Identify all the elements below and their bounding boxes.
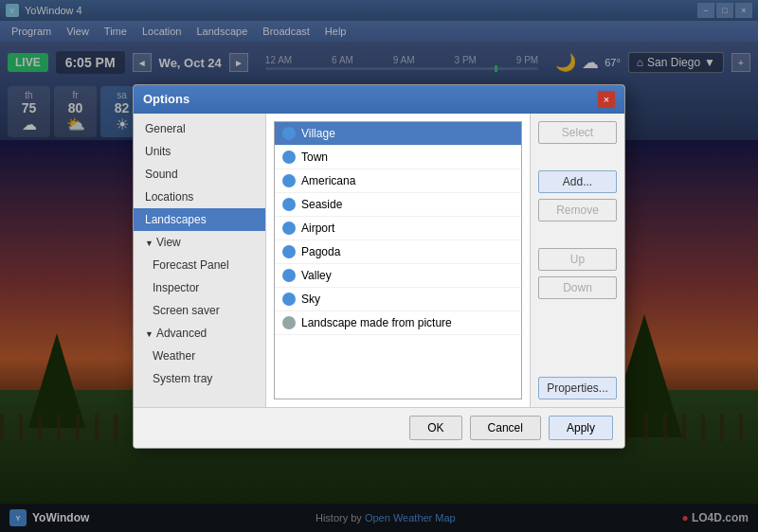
landscape-dot-valley	[282, 269, 296, 282]
ok-button[interactable]: OK	[409, 416, 461, 440]
landscape-item-town[interactable]: Town	[275, 146, 521, 169]
landscape-dot-pagoda	[282, 245, 296, 258]
nav-item-weather[interactable]: Weather	[134, 345, 265, 367]
select-button[interactable]: Select	[538, 121, 617, 144]
nav-item-screen-saver[interactable]: Screen saver	[134, 299, 265, 322]
spacer-1	[538, 150, 617, 165]
dialog-title-bar: Options ×	[134, 85, 624, 114]
dialog-footer: OK Cancel Apply	[134, 407, 624, 448]
nav-item-sound[interactable]: Sound	[134, 163, 265, 186]
landscape-label-americana: Americana	[301, 174, 355, 187]
down-button[interactable]: Down	[538, 276, 617, 299]
landscape-item-pagoda[interactable]: Pagoda	[275, 240, 521, 264]
landscape-dot-town	[282, 151, 296, 164]
landscape-dot-picture	[282, 316, 296, 329]
landscape-label-pagoda: Pagoda	[301, 245, 340, 258]
nav-item-locations[interactable]: Locations	[134, 186, 265, 208]
nav-item-inspector[interactable]: Inspector	[134, 276, 265, 299]
landscape-dot-village	[282, 127, 296, 140]
sidebar-nav: General Units Sound Locations Landscapes…	[134, 114, 266, 407]
landscape-item-village[interactable]: Village	[275, 122, 521, 146]
nav-item-general[interactable]: General	[134, 117, 265, 140]
spacer-3	[538, 305, 617, 371]
landscape-label-airport: Airport	[301, 222, 334, 235]
spacer-2	[538, 227, 617, 242]
landscape-label-valley: Valley	[301, 269, 332, 282]
landscape-list[interactable]: Village Town Americana Seaside	[274, 121, 522, 399]
landscape-dot-airport	[282, 222, 296, 235]
options-dialog: Options × General Units Sound Locations …	[133, 84, 625, 449]
landscape-label-sky: Sky	[301, 293, 320, 306]
landscape-dot-americana	[282, 174, 296, 187]
landscape-item-airport[interactable]: Airport	[275, 217, 521, 240]
nav-section-view[interactable]: ▼View	[134, 231, 265, 254]
modal-overlay: Options × General Units Sound Locations …	[0, 0, 758, 532]
content-area: Village Town Americana Seaside	[266, 114, 530, 407]
add-button[interactable]: Add...	[538, 170, 617, 193]
landscape-label-seaside: Seaside	[301, 198, 342, 211]
landscape-label-picture: Landscape made from picture	[301, 316, 452, 329]
nav-section-advanced[interactable]: ▼Advanced	[134, 322, 265, 345]
landscape-label-village: Village	[301, 127, 335, 140]
remove-button[interactable]: Remove	[538, 199, 617, 222]
properties-button[interactable]: Properties...	[538, 377, 617, 399]
nav-item-units[interactable]: Units	[134, 140, 265, 163]
nav-item-landscapes[interactable]: Landscapes	[134, 208, 265, 231]
nav-item-system-tray[interactable]: System tray	[134, 367, 265, 390]
dialog-close-button[interactable]: ×	[598, 91, 615, 108]
landscape-dot-sky	[282, 293, 296, 306]
landscape-label-town: Town	[301, 151, 328, 164]
up-button[interactable]: Up	[538, 248, 617, 271]
cancel-button[interactable]: Cancel	[470, 416, 541, 440]
landscape-item-valley[interactable]: Valley	[275, 264, 521, 288]
apply-button[interactable]: Apply	[549, 416, 613, 440]
landscape-item-sky[interactable]: Sky	[275, 288, 521, 311]
dialog-title: Options	[143, 92, 190, 106]
landscape-item-picture[interactable]: Landscape made from picture	[275, 311, 521, 335]
landscape-dot-seaside	[282, 198, 296, 211]
dialog-body: General Units Sound Locations Landscapes…	[134, 114, 624, 407]
right-buttons: Select Add... Remove Up Down Properties.…	[530, 114, 624, 407]
landscape-item-americana[interactable]: Americana	[275, 169, 521, 193]
nav-item-forecast-panel[interactable]: Forecast Panel	[134, 254, 265, 276]
landscape-item-seaside[interactable]: Seaside	[275, 193, 521, 217]
